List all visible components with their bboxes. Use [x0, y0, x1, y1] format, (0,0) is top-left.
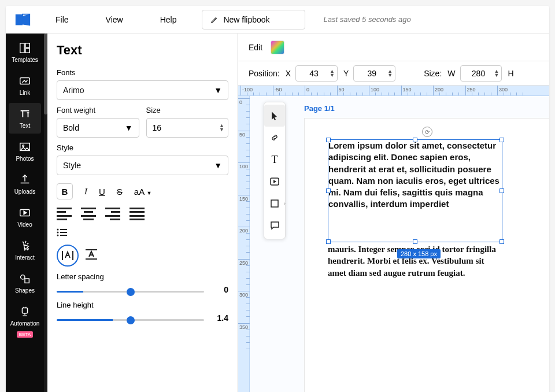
app-logo[interactable]: [10, 11, 35, 28]
letter-spacing-icon: [61, 249, 75, 262]
vertical-ruler: 050100150200250300350: [238, 96, 250, 392]
comment-tool[interactable]: [264, 215, 285, 236]
square-icon: [271, 199, 279, 208]
italic-button[interactable]: I: [84, 187, 87, 197]
svg-point-10: [57, 229, 59, 231]
y-input[interactable]: ▲▼: [353, 65, 395, 82]
svg-point-14: [57, 235, 59, 236]
chevron-down-icon: ▼: [214, 86, 222, 95]
line-height-mode-button[interactable]: [84, 248, 98, 263]
menu-view[interactable]: View: [90, 6, 139, 34]
svg-point-7: [21, 275, 25, 279]
w-input[interactable]: ▲▼: [460, 65, 502, 82]
sidebar-item-link[interactable]: Link: [9, 70, 41, 101]
chevron-down-icon: ▼: [214, 161, 222, 170]
line-height-label: Line height: [57, 301, 228, 309]
align-justify-button[interactable]: [130, 208, 145, 220]
svg-point-5: [23, 145, 24, 147]
line-height-slider[interactable]: [57, 319, 204, 321]
svg-rect-13: [60, 232, 67, 233]
bold-button[interactable]: B: [57, 183, 73, 199]
canvas-toolbar: T ›: [264, 102, 286, 239]
sidebar-item-text[interactable]: Text: [9, 103, 41, 134]
text-icon: [18, 108, 31, 120]
textcase-button[interactable]: aA ▼: [134, 187, 152, 197]
weight-select[interactable]: Bold ▼: [57, 118, 139, 138]
bullet-list-button[interactable]: [57, 228, 228, 239]
photos-icon: [18, 140, 31, 153]
shapes-icon: [18, 272, 31, 285]
resize-handle-tr[interactable]: [500, 138, 504, 142]
sidebar-item-interact[interactable]: Interact: [9, 235, 41, 265]
menu-file[interactable]: File: [39, 6, 85, 34]
select-tool[interactable]: [264, 105, 285, 127]
x-label: X: [286, 69, 291, 78]
svg-rect-8: [25, 279, 29, 283]
stepper-arrows-icon[interactable]: ▲▼: [494, 69, 500, 77]
pencil-icon: [210, 16, 219, 24]
horizontal-ruler: -100-50050100150200250300: [238, 86, 549, 96]
text-tool[interactable]: T: [264, 149, 285, 171]
stepper-arrows-icon[interactable]: ▲▼: [387, 69, 393, 77]
sidebar-item-templates[interactable]: Templates: [9, 37, 41, 68]
x-input[interactable]: ▲▼: [295, 65, 338, 82]
strikethrough-button[interactable]: S: [117, 187, 123, 197]
selected-textbox[interactable]: Lorem ipsum dolor sit amet, consectetur …: [328, 139, 502, 242]
new-flipbook-button[interactable]: New flipbook: [202, 10, 305, 29]
size-stepper[interactable]: 16 ▲▼: [146, 118, 229, 138]
chain-icon: [270, 133, 279, 142]
underline-button[interactable]: U: [99, 187, 105, 197]
letter-spacing-slider[interactable]: [57, 291, 204, 293]
sidebar-item-shapes[interactable]: Shapes: [9, 268, 41, 298]
t-icon: T: [272, 154, 278, 166]
left-sidebar: Templates Link Text Photos Uploads Video: [6, 34, 44, 392]
color-picker-button[interactable]: [271, 40, 284, 54]
upload-icon: [18, 173, 31, 186]
resize-handle-tm[interactable]: [413, 138, 417, 142]
edit-label: Edit: [249, 43, 262, 52]
letter-spacing-value: 0: [212, 285, 228, 294]
fonts-label: Fonts: [57, 68, 228, 77]
sidebar-item-video[interactable]: Video: [9, 202, 41, 232]
beta-badge: BETA: [17, 331, 33, 338]
resize-handle-mr[interactable]: [500, 188, 504, 193]
panel-title: Text: [57, 43, 228, 58]
sidebar-item-photos[interactable]: Photos: [9, 136, 41, 167]
media-tool[interactable]: [264, 171, 285, 193]
align-center-button[interactable]: [81, 208, 96, 220]
page-surface[interactable]: ⟳ Lorem ipsum dolor sit amet, consectetu…: [304, 118, 549, 392]
svg-rect-2: [25, 49, 29, 53]
h-label: H: [508, 69, 513, 78]
textbox-content: Lorem ipsum dolor sit amet, consectetur …: [328, 140, 500, 209]
menu-help[interactable]: Help: [144, 6, 193, 34]
play-rect-icon: [270, 177, 279, 186]
comment-icon: [271, 221, 279, 230]
svg-rect-17: [271, 200, 278, 207]
stepper-arrows-icon[interactable]: ▲▼: [330, 69, 335, 77]
style-select[interactable]: Style ▼: [57, 156, 228, 175]
video-icon: [18, 206, 31, 219]
interact-icon: [18, 239, 31, 252]
stepper-arrows-icon[interactable]: ▲▼: [219, 124, 224, 132]
rotate-handle[interactable]: ⟳: [422, 127, 432, 137]
dimensions-badge: 280 x 158 px: [397, 249, 441, 258]
resize-handle-tl[interactable]: [326, 138, 331, 142]
line-height-icon: [84, 248, 98, 261]
align-left-button[interactable]: [57, 208, 72, 220]
cursor-icon: [271, 111, 279, 120]
svg-rect-1: [25, 43, 29, 47]
link-tool[interactable]: [264, 127, 285, 149]
font-select[interactable]: Arimo ▼: [57, 80, 228, 100]
sidebar-item-automation[interactable]: Automation: [9, 301, 41, 331]
svg-rect-0: [20, 43, 24, 53]
align-right-button[interactable]: [105, 208, 120, 220]
letter-spacing-mode-button[interactable]: [57, 245, 79, 267]
canvas[interactable]: T › Page 1/1 ⟳ Lorem ipsum dolor sit ame…: [250, 96, 549, 392]
canvas-area: Edit Position: X ▲▼ Y ▲▼ Size: W ▲▼: [238, 34, 549, 392]
page-indicator: Page 1/1: [304, 104, 335, 113]
chevron-right-icon: ›: [284, 201, 286, 206]
sidebar-item-uploads[interactable]: Uploads: [9, 169, 41, 199]
shape-tool[interactable]: ›: [264, 193, 285, 215]
svg-rect-9: [22, 308, 27, 313]
resize-handle-ml[interactable]: [326, 188, 331, 193]
